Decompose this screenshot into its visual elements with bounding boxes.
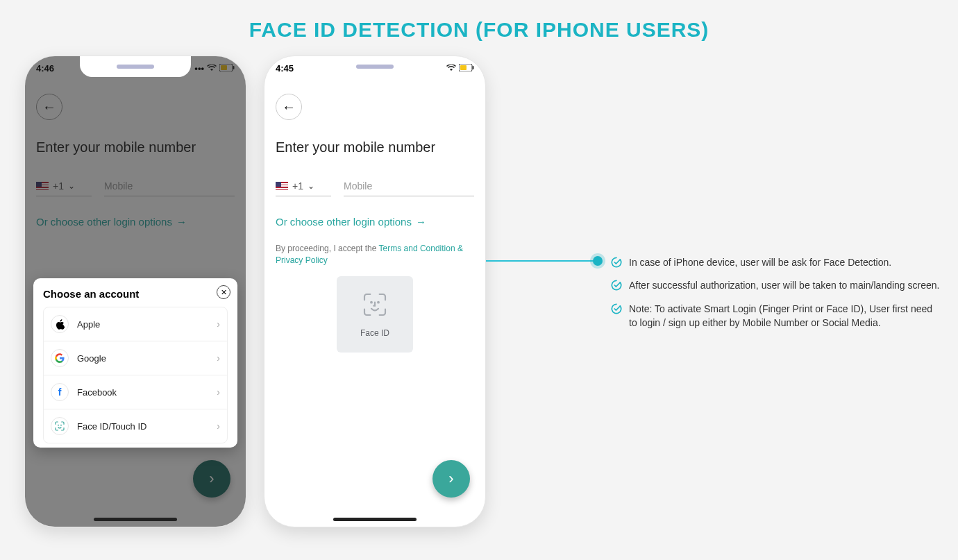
check-icon <box>611 280 622 294</box>
other-login-text: Or choose other login options <box>276 216 412 228</box>
close-icon: ✕ <box>221 288 227 297</box>
notch <box>319 56 430 77</box>
phone-mock-right: 4:45 ← Enter your mobile number +1 ⌄ Mob… <box>264 56 486 527</box>
close-button[interactable]: ✕ <box>217 285 230 299</box>
account-label: Google <box>77 353 106 364</box>
terms-prefix: By proceeding, I accept the <box>276 244 379 253</box>
note-text: Note: To activate Smart Login (Finger Pr… <box>629 302 941 330</box>
chevron-right-icon: › <box>217 353 220 364</box>
flag-icon <box>276 182 288 190</box>
home-indicator <box>333 518 417 521</box>
note-item: Note: To activate Smart Login (Finger Pr… <box>611 302 941 330</box>
note-text: After successful authorization, user wil… <box>629 278 939 294</box>
chevron-right-icon: › <box>217 319 220 330</box>
chevron-right-icon: › <box>217 421 220 432</box>
check-icon <box>611 303 622 330</box>
account-faceid[interactable]: Face ID/Touch ID › <box>44 409 227 443</box>
phone-mock-left: 4:46 ••• ← Enter your mobile number +1 ⌄… <box>24 56 246 527</box>
wifi-icon <box>446 63 456 74</box>
terms-text: By proceeding, I accept the Terms and Co… <box>276 243 474 266</box>
arrow-left-icon: ← <box>282 99 296 115</box>
notes-panel: In case of iPhone device, user will be a… <box>611 255 941 337</box>
note-text: In case of iPhone device, user will be a… <box>629 255 891 271</box>
svg-point-3 <box>58 425 59 425</box>
other-login-link[interactable]: Or choose other login options → <box>276 216 474 228</box>
country-code-select[interactable]: +1 ⌄ <box>276 176 331 196</box>
note-item: In case of iPhone device, user will be a… <box>611 255 941 271</box>
account-label: Face ID/Touch ID <box>77 421 146 432</box>
screen: ← Enter your mobile number +1 ⌄ Mobile O… <box>264 56 485 527</box>
faceid-icon <box>361 291 389 321</box>
back-button[interactable]: ← <box>276 94 302 120</box>
account-label: Facebook <box>77 387 117 398</box>
check-icon <box>611 257 622 271</box>
page-title: FACE ID DETECTION (FOR IPHONE USERS) <box>0 0 958 42</box>
faceid-label: Face ID <box>360 328 389 338</box>
apple-icon <box>51 315 69 333</box>
account-list: Apple › Google › f Facebook › Face ID/To… <box>43 307 228 443</box>
account-facebook[interactable]: f Facebook › <box>44 375 227 409</box>
country-code-value: +1 <box>292 180 303 192</box>
account-label: Apple <box>77 319 100 330</box>
screen-heading: Enter your mobile number <box>276 139 474 155</box>
account-apple[interactable]: Apple › <box>44 307 227 341</box>
svg-point-8 <box>371 301 372 303</box>
svg-point-4 <box>61 425 62 425</box>
svg-rect-7 <box>460 65 467 70</box>
sheet-title: Choose an account <box>43 288 228 300</box>
google-icon <box>51 349 69 367</box>
account-google[interactable]: Google › <box>44 341 227 375</box>
note-item: After successful authorization, user wil… <box>611 278 941 294</box>
mobile-input[interactable]: Mobile <box>344 176 474 196</box>
status-time: 4:45 <box>276 63 294 74</box>
chevron-down-icon: ⌄ <box>308 181 314 191</box>
home-indicator <box>94 518 177 521</box>
callout-connector <box>486 260 596 262</box>
svg-rect-6 <box>473 66 474 69</box>
facebook-icon: f <box>51 383 69 401</box>
choose-account-sheet: ✕ Choose an account Apple › Google › f F… <box>33 278 237 448</box>
battery-icon <box>459 63 474 74</box>
chevron-right-icon: › <box>448 470 453 488</box>
notch <box>80 56 191 77</box>
chevron-right-icon: › <box>217 387 220 398</box>
continue-fab[interactable]: › <box>432 460 470 498</box>
arrow-right-icon: → <box>416 216 426 228</box>
faceid-tile[interactable]: Face ID <box>337 276 413 353</box>
svg-point-9 <box>378 301 379 303</box>
faceid-icon <box>51 417 69 435</box>
